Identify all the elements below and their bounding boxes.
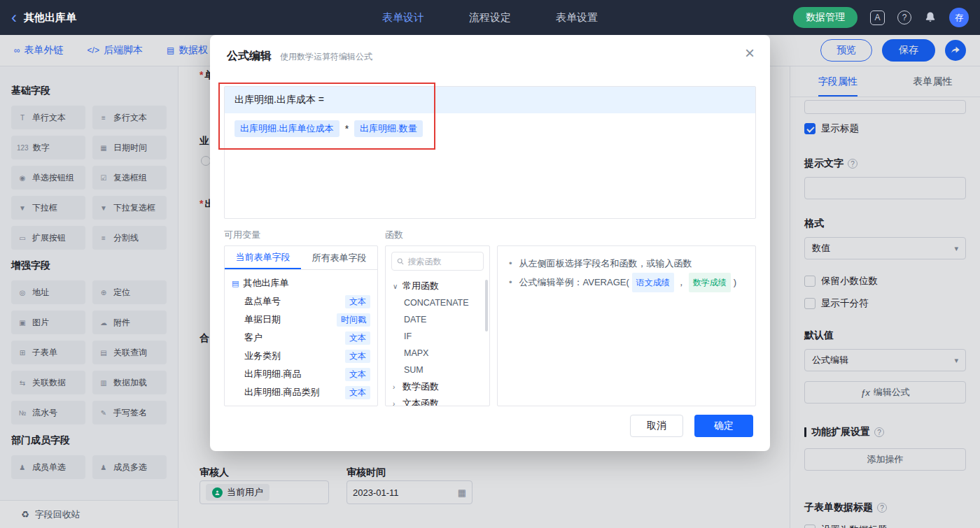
tips-panel: 从左侧面板选择字段名和函数，或输入函数 公式编辑举例：AVERAGE( 语文成绩…: [497, 245, 756, 406]
chevron-right-icon: ›: [393, 383, 399, 391]
function-search-input[interactable]: [407, 257, 478, 266]
function-list: ∨常用函数CONCATENATEDATEIFMAPXSUM›数学函数›文本函数: [386, 276, 489, 406]
function-search[interactable]: [391, 252, 484, 271]
back-icon[interactable]: ‹: [11, 9, 17, 26]
avatar[interactable]: 存: [949, 8, 969, 27]
variable-field-name: 单据日期: [244, 313, 281, 326]
tab-all-form-fields[interactable]: 所有表单字段: [301, 246, 377, 269]
confirm-button[interactable]: 确定: [694, 415, 753, 437]
bell-icon[interactable]: [924, 11, 937, 24]
variable-field-name: 业务类别: [244, 350, 281, 362]
variable-field-row[interactable]: 盘点单号文本: [232, 292, 370, 311]
chevron-down-icon: ∨: [393, 283, 399, 290]
formula-expression-line: 出库明细.出库单位成本 * 出库明细.数量: [225, 113, 755, 144]
variable-field-type-tag: 文本: [345, 386, 370, 399]
function-group-label: 常用函数: [402, 280, 439, 292]
topbar-tab[interactable]: 流程设定: [469, 11, 511, 24]
variable-field-type-tag: 文本: [345, 331, 370, 345]
variables-tabs: 当前表单字段 所有表单字段: [225, 246, 377, 270]
cancel-button[interactable]: 取消: [630, 415, 683, 437]
formula-edit-modal: 公式编辑 使用数学运算符编辑公式 × 出库明细.出库成本 = 出库明细.出库单位…: [210, 35, 770, 451]
modal-subtitle: 使用数学运算符编辑公式: [280, 51, 372, 63]
variable-field-name: 客户: [244, 331, 262, 344]
translate-icon[interactable]: A: [870, 10, 885, 25]
multiply-operator: *: [345, 123, 349, 134]
modal-title: 公式编辑: [227, 49, 272, 64]
tab-current-form-fields[interactable]: 当前表单字段: [225, 246, 301, 269]
formula-target-line: 出库明细.出库成本 =: [225, 87, 755, 113]
variable-field-type-tag: 文本: [345, 368, 370, 381]
function-item[interactable]: IF: [393, 328, 482, 345]
function-group-label: 数学函数: [402, 380, 439, 393]
variable-field-row[interactable]: 业务类别文本: [232, 347, 370, 365]
close-icon[interactable]: ×: [745, 45, 755, 62]
variable-field-row[interactable]: 出库明细.商品文本: [232, 365, 370, 383]
variables-label: 可用变量: [224, 229, 385, 241]
function-item[interactable]: MAPX: [393, 345, 482, 362]
functions-label: 函数: [385, 229, 403, 241]
variable-field-row[interactable]: 客户文本: [232, 329, 370, 347]
tip-line: 从左侧面板选择字段名和函数，或输入函数: [509, 255, 744, 273]
variable-field-type-tag: 文本: [345, 350, 370, 363]
variable-field-row[interactable]: 出库明细.商品类别文本: [232, 383, 370, 401]
formula-field-chip[interactable]: 出库明细.数量: [354, 120, 423, 137]
topbar-right: 数据管理 A ? 存: [793, 7, 969, 28]
function-item[interactable]: SUM: [393, 362, 482, 378]
app-root: ‹ 其他出库单 表单设计流程设定表单设置 数据管理 A ? 存 ∞表单外链</>…: [0, 0, 980, 528]
form-root-node[interactable]: ▤ 其他出库单: [232, 274, 370, 292]
document-icon: ▤: [232, 279, 239, 288]
help-icon[interactable]: ?: [897, 10, 911, 24]
form-root-label: 其他出库单: [243, 277, 288, 290]
topbar-tab[interactable]: 表单设置: [556, 11, 598, 24]
scrollbar-thumb[interactable]: [485, 280, 488, 331]
function-group-common[interactable]: ∨常用函数: [393, 278, 482, 294]
variable-field-row[interactable]: 单据日期时间戳: [232, 311, 370, 329]
variable-field-type-tag: 文本: [345, 295, 370, 308]
function-item[interactable]: CONCATENATE: [393, 294, 482, 311]
modal-footer: 取消 确定: [630, 415, 753, 437]
panel-labels: 可用变量 函数: [224, 229, 756, 241]
modal-header: 公式编辑 使用数学运算符编辑公式: [210, 35, 770, 64]
formula-field-chip[interactable]: 出库明细.出库单位成本: [234, 120, 340, 137]
function-group-label: 文本函数: [402, 397, 439, 406]
topbar-tab[interactable]: 表单设计: [382, 11, 424, 24]
formula-editor[interactable]: 出库明细.出库成本 = 出库明细.出库单位成本 * 出库明细.数量: [224, 86, 756, 219]
function-group-text[interactable]: ›文本函数: [393, 395, 482, 406]
variable-field-name: 盘点单号: [244, 295, 281, 308]
example-field-chip: 数学成绩: [689, 273, 731, 292]
search-icon: [397, 257, 404, 266]
tip-line: 公式编辑举例：AVERAGE( 语文成绩 ， 数学成绩 ): [509, 273, 744, 292]
variables-panel: 当前表单字段 所有表单字段 ▤ 其他出库单 盘点单号文本单据日期时间戳客户文本业…: [224, 245, 378, 406]
chevron-right-icon: ›: [393, 400, 399, 407]
variable-field-name: 出库明细.商品类别: [244, 386, 320, 399]
topbar-tabs: 表单设计流程设定表单设置: [382, 11, 598, 24]
variable-field-list: 盘点单号文本单据日期时间戳客户文本业务类别文本出库明细.商品文本出库明细.商品类…: [232, 292, 370, 401]
example-field-chip: 语文成绩: [632, 273, 674, 292]
function-group-math[interactable]: ›数学函数: [393, 378, 482, 395]
variable-field-type-tag: 时间戳: [337, 313, 370, 327]
variable-field-name: 出库明细.商品: [244, 368, 302, 380]
topbar: ‹ 其他出库单 表单设计流程设定表单设置 数据管理 A ? 存: [0, 0, 980, 35]
modal-panels: 当前表单字段 所有表单字段 ▤ 其他出库单 盘点单号文本单据日期时间戳客户文本业…: [224, 245, 756, 406]
function-item[interactable]: DATE: [393, 311, 482, 328]
page-title: 其他出库单: [24, 11, 76, 24]
data-manage-button[interactable]: 数据管理: [793, 7, 858, 28]
variables-tree: ▤ 其他出库单 盘点单号文本单据日期时间戳客户文本业务类别文本出库明细.商品文本…: [225, 270, 377, 406]
functions-panel: ∨常用函数CONCATENATEDATEIFMAPXSUM›数学函数›文本函数: [385, 245, 490, 406]
